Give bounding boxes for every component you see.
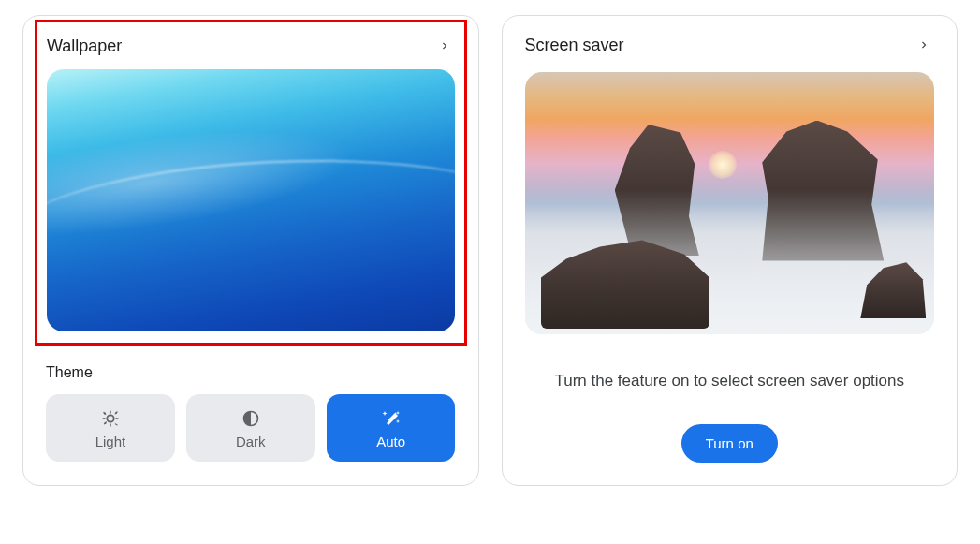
wallpaper-preview[interactable] xyxy=(47,69,455,331)
sun-glow xyxy=(709,151,737,179)
chevron-right-icon xyxy=(914,35,934,55)
screensaver-preview[interactable] xyxy=(525,72,935,334)
theme-dark-button[interactable]: Dark xyxy=(186,394,315,462)
theme-light-label: Light xyxy=(95,434,126,449)
wallpaper-image xyxy=(47,69,455,331)
screensaver-image xyxy=(525,72,935,334)
screensaver-card: Screen saver Turn the feature on to sele… xyxy=(502,15,958,486)
chevron-right-icon xyxy=(434,36,455,56)
screensaver-button-row: Turn on xyxy=(525,424,935,463)
screensaver-title: Screen saver xyxy=(525,36,624,55)
turn-on-button[interactable]: Turn on xyxy=(681,424,778,463)
theme-dark-label: Dark xyxy=(236,434,266,449)
wallpaper-header[interactable]: Wallpaper xyxy=(47,36,455,56)
theme-section-title: Theme xyxy=(46,364,456,381)
sun-icon xyxy=(100,407,121,430)
theme-light-button[interactable]: Light xyxy=(46,394,175,462)
wallpaper-card: Wallpaper Theme Light Dark xyxy=(22,15,479,486)
theme-auto-label: Auto xyxy=(376,434,405,449)
magic-wand-icon xyxy=(380,407,402,430)
contrast-icon xyxy=(241,407,260,430)
wallpaper-title: Wallpaper xyxy=(47,37,122,56)
screensaver-description: Turn the feature on to select screen sav… xyxy=(525,372,935,390)
wallpaper-highlight: Wallpaper xyxy=(35,20,467,346)
theme-auto-button[interactable]: Auto xyxy=(327,394,456,462)
screensaver-header[interactable]: Screen saver xyxy=(525,35,935,55)
settings-cards-row: Wallpaper Theme Light Dark xyxy=(22,15,958,486)
theme-options-row: Light Dark Auto xyxy=(46,394,456,462)
